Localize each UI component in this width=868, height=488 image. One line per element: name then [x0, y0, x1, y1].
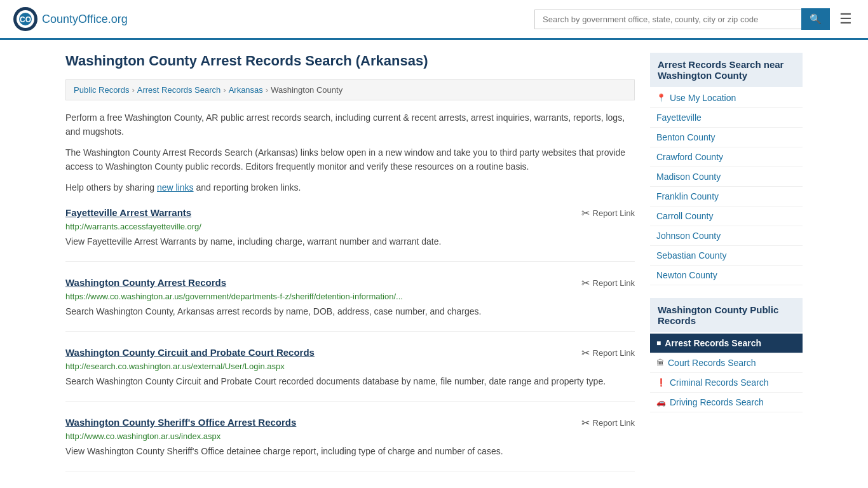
result-title[interactable]: Washington County Arrest Records: [65, 277, 226, 288]
result-item: Washington County Sheriff's Office Arres…: [65, 417, 635, 471]
result-title[interactable]: Fayetteville Arrest Warrants: [65, 207, 191, 218]
result-url[interactable]: http://www.co.washington.ar.us/index.asp…: [65, 431, 635, 441]
breadcrumb-arkansas[interactable]: Arkansas: [229, 85, 263, 95]
report-icon: ✂: [581, 207, 590, 219]
sidebar-criminal-records-link[interactable]: ❗ Criminal Records Search: [650, 373, 803, 393]
sidebar-sebastian-label: Sebastian County: [656, 250, 727, 261]
sidebar-court-records-label: Court Records Search: [668, 358, 756, 368]
header-right: 🔍 ☰: [534, 8, 855, 30]
sidebar-link-madison-county[interactable]: Madison County: [650, 167, 803, 187]
result-url[interactable]: http://warrants.accessfayetteville.org/: [65, 222, 635, 231]
logo-icon: CO: [13, 6, 38, 32]
report-icon: ✂: [581, 347, 590, 359]
sidebar-carroll-label: Carroll County: [656, 211, 713, 221]
search-form: 🔍: [534, 8, 830, 30]
sidebar-link-fayetteville[interactable]: Fayetteville: [650, 108, 803, 128]
description: Perform a free Washington County, AR pub…: [65, 111, 635, 194]
sidebar-criminal-records-label: Criminal Records Search: [670, 377, 769, 388]
search-button[interactable]: 🔍: [801, 8, 830, 30]
report-link[interactable]: ✂ Report Link: [581, 277, 635, 289]
sidebar-driving-records-link[interactable]: 🚗 Driving Records Search: [650, 393, 803, 412]
result-url[interactable]: http://esearch.co.washington.ar.us/exter…: [65, 362, 635, 371]
header: CO CountyOffice.org 🔍 ☰: [0, 0, 868, 40]
sidebar-link-crawford-county[interactable]: Crawford County: [650, 147, 803, 167]
result-url[interactable]: https://www.co.washington.ar.us/governme…: [65, 292, 635, 301]
sidebar-link-sebastian-county[interactable]: Sebastian County: [650, 246, 803, 266]
breadcrumb-sep-2: ›: [223, 85, 226, 95]
nearby-section-title: Arrest Records Search near Washington Co…: [650, 53, 803, 87]
nearby-section: Arrest Records Search near Washington Co…: [650, 53, 803, 285]
breadcrumb-sep-1: ›: [132, 85, 134, 95]
result-desc: Search Washington County, Arkansas arres…: [65, 305, 635, 318]
public-records-section: Washington County Public Records ■ Arres…: [650, 298, 803, 412]
breadcrumb-current: Washington County: [271, 85, 342, 95]
sidebar-arrest-records-label: Arrest Records Search: [665, 338, 761, 348]
criminal-records-icon: ❗: [656, 378, 666, 387]
court-records-icon: 🏛: [656, 358, 664, 367]
sidebar-arrest-records-link[interactable]: ■ Arrest Records Search: [650, 334, 803, 353]
sidebar-franklin-label: Franklin County: [656, 191, 719, 201]
search-input[interactable]: [534, 10, 801, 29]
sidebar-newton-label: Newton County: [656, 270, 717, 280]
desc-para-3: Help others by sharing new links and rep…: [65, 180, 635, 194]
result-title[interactable]: Washington County Circuit and Probate Co…: [65, 347, 315, 358]
report-link[interactable]: ✂ Report Link: [581, 417, 635, 429]
result-header: Fayetteville Arrest Warrants ✂ Report Li…: [65, 207, 635, 219]
result-item: Fayetteville Arrest Warrants ✂ Report Li…: [65, 207, 635, 262]
arrest-records-icon: ■: [656, 339, 661, 348]
page-title: Washington County Arrest Records Search …: [65, 53, 635, 69]
report-icon: ✂: [581, 417, 590, 429]
breadcrumb-arrest-records[interactable]: Arrest Records Search: [137, 85, 221, 95]
svg-text:CO: CO: [20, 15, 31, 24]
report-link-label: Report Link: [593, 208, 635, 218]
result-header: Washington County Circuit and Probate Co…: [65, 347, 635, 359]
result-title[interactable]: Washington County Sheriff's Office Arres…: [65, 417, 296, 428]
results: Fayetteville Arrest Warrants ✂ Report Li…: [65, 207, 635, 471]
desc-para-2: The Washington County Arrest Records Sea…: [65, 146, 635, 174]
main-container: Washington County Arrest Records Search …: [53, 40, 815, 488]
report-link-label: Report Link: [593, 278, 635, 288]
sidebar-link-benton-county[interactable]: Benton County: [650, 128, 803, 147]
result-item: Washington County Circuit and Probate Co…: [65, 347, 635, 402]
desc-para3-suffix: and reporting broken links.: [194, 182, 301, 193]
sidebar: Arrest Records Search near Washington Co…: [650, 53, 803, 487]
sidebar-court-records-link[interactable]: 🏛 Court Records Search: [650, 353, 803, 373]
result-desc: View Washington County Sheriff's Office …: [65, 445, 635, 458]
sidebar-driving-records-label: Driving Records Search: [670, 397, 764, 407]
sidebar-link-franklin-county[interactable]: Franklin County: [650, 187, 803, 207]
sidebar-use-my-location[interactable]: 📍 Use My Location: [650, 88, 803, 108]
result-header: Washington County Arrest Records ✂ Repor…: [65, 277, 635, 289]
logo-area[interactable]: CO CountyOffice.org: [13, 6, 128, 32]
sidebar-fayetteville-label: Fayetteville: [656, 112, 702, 123]
breadcrumb-public-records[interactable]: Public Records: [74, 85, 129, 95]
sidebar-link-carroll-county[interactable]: Carroll County: [650, 207, 803, 226]
hamburger-menu-icon[interactable]: ☰: [836, 8, 855, 30]
content-area: Washington County Arrest Records Search …: [65, 53, 635, 487]
sidebar-johnson-label: Johnson County: [656, 231, 721, 241]
result-desc: View Fayetteville Arrest Warrants by nam…: [65, 235, 635, 248]
new-links-link[interactable]: new links: [157, 182, 194, 193]
report-link-label: Report Link: [593, 348, 635, 358]
report-link[interactable]: ✂ Report Link: [581, 347, 635, 359]
breadcrumb: Public Records › Arrest Records Search ›…: [65, 79, 635, 100]
report-link-label: Report Link: [593, 418, 635, 428]
report-link[interactable]: ✂ Report Link: [581, 207, 635, 219]
desc-para-1: Perform a free Washington County, AR pub…: [65, 111, 635, 139]
sidebar-crawford-label: Crawford County: [656, 152, 723, 162]
result-desc: Search Washington County Circuit and Pro…: [65, 375, 635, 388]
sidebar-madison-label: Madison County: [656, 172, 721, 182]
sidebar-benton-label: Benton County: [656, 132, 715, 142]
sidebar-link-newton-county[interactable]: Newton County: [650, 266, 803, 285]
sidebar-link-johnson-county[interactable]: Johnson County: [650, 226, 803, 246]
driving-records-icon: 🚗: [656, 398, 666, 407]
logo-text: CountyOffice.org: [42, 13, 128, 26]
desc-para3-prefix: Help others by sharing: [65, 182, 157, 193]
public-records-section-title: Washington County Public Records: [650, 298, 803, 332]
breadcrumb-sep-3: ›: [266, 85, 268, 95]
location-pin-icon: 📍: [656, 93, 666, 102]
result-item: Washington County Arrest Records ✂ Repor…: [65, 277, 635, 332]
report-icon: ✂: [581, 277, 590, 289]
sidebar-use-location-label: Use My Location: [670, 93, 736, 103]
result-header: Washington County Sheriff's Office Arres…: [65, 417, 635, 429]
